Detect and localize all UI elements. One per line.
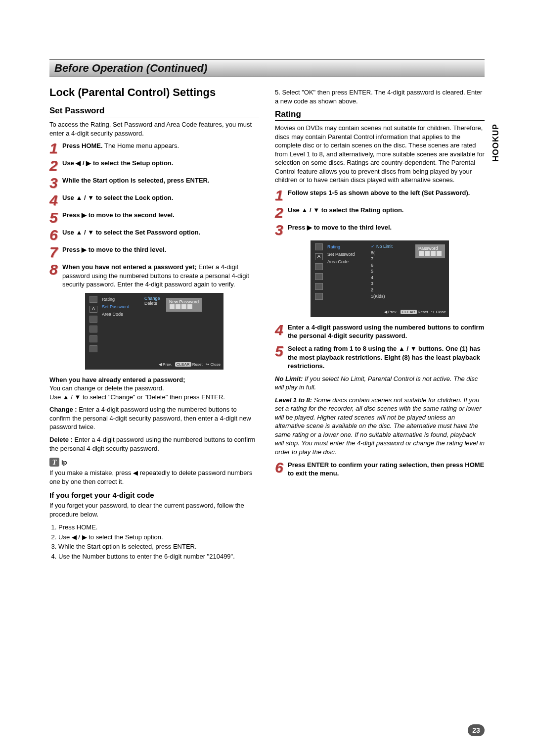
step-number: 6	[49, 228, 62, 241]
step-body: Select a rating from 1 to 8 using the ▲ …	[288, 344, 485, 371]
no-limit-text: If you select No Limit, Parental Control…	[275, 375, 478, 391]
step-body: While the Start option is selected, pres…	[62, 176, 259, 189]
step-number: 8	[49, 263, 62, 289]
change-block: Change : Enter a 4-digit password using …	[49, 405, 259, 431]
tip-label: ip	[61, 459, 67, 466]
rating-step: 2Use ▲ / ▼ to select the Rating option.	[275, 206, 485, 219]
rating-step: 5Select a rating from 1 to 8 using the ▲…	[275, 344, 485, 371]
level-note: Level 1 to 8: Some discs contain scenes …	[275, 396, 485, 457]
password-box: Password	[415, 244, 445, 258]
no-limit-note: No Limit: If you select No Limit, Parent…	[275, 375, 485, 392]
step-body: Use ▲ / ▼ to select the Rating option.	[288, 206, 485, 219]
lock-icon	[315, 273, 323, 280]
rating-level: 2	[371, 287, 393, 293]
section-header-title: Before Operation (Continued)	[54, 62, 207, 74]
step-body: Enter a 4-digit password using the numbe…	[288, 323, 485, 340]
rating-intro: Movies on DVDs may contain scenes not su…	[275, 124, 485, 185]
step-body: Use ◀ / ▶ to select the Setup option.	[62, 159, 259, 172]
already-entered-block: When you have already entered a password…	[49, 376, 259, 402]
forget-list: Press HOME.Use ◀ / ▶ to select the Setup…	[58, 522, 259, 561]
step-bold: When you have not entered a password yet…	[62, 263, 197, 271]
side-tab-hookup: HOOKUP	[491, 124, 500, 161]
figure-menu-item: Set Password	[100, 303, 141, 310]
change-label: Change :	[49, 406, 79, 413]
forget-intro: If you forget your password, to clear th…	[49, 501, 259, 519]
step-number: 3	[49, 176, 62, 189]
rating-step: 1Follow steps 1-5 as shown above to the …	[275, 189, 485, 202]
step-bold: Use ▲ / ▼ to select the Lock option.	[62, 194, 173, 201]
lock-settings-heading: Lock (Parental Control) Settings	[49, 86, 259, 99]
content-columns: Lock (Parental Control) Settings Set Pas…	[49, 86, 485, 561]
step-number: 7	[49, 245, 62, 259]
figure-icon	[315, 293, 323, 300]
new-password-box: New Password	[166, 298, 202, 312]
rating-figure: A Rating Set Password Area Code ✓No Limi…	[311, 240, 449, 317]
step-number: 4	[275, 323, 288, 340]
step-bold: Press HOME.	[62, 142, 103, 149]
rating-level: 8(	[371, 250, 393, 256]
figure-menu-item: Area Code	[100, 311, 141, 318]
figure-icon	[89, 335, 97, 342]
step-number: 1	[49, 142, 62, 155]
step-body: Press ▶ to move to the third level.	[288, 223, 485, 236]
rating-level: 1(Kids)	[371, 293, 393, 300]
lock-icon	[89, 326, 97, 332]
step-number: 6	[275, 461, 288, 478]
set-password-figure: A Rating Set Password Area Code Change D…	[85, 293, 223, 370]
figure-reset: Reset	[192, 362, 203, 367]
level-label: Level 1 to 8:	[275, 396, 314, 404]
set-password-step: 6Use ▲ / ▼ to select the Set Password op…	[49, 228, 259, 241]
figure-icon	[89, 316, 97, 323]
no-limit-label: No Limit:	[275, 375, 305, 382]
step-bold: Press ENTER to confirm your rating selec…	[288, 461, 484, 477]
already-l1: You can change or delete the password.	[49, 384, 164, 392]
figure-icon	[89, 345, 97, 352]
figure-menu-item: Rating	[325, 243, 367, 250]
level-text: Some discs contain scenes not suitable f…	[275, 396, 485, 456]
forget-item: Use ◀ / ▶ to select the Setup option.	[58, 532, 259, 542]
figure-menu-item: Set Password	[325, 251, 367, 258]
figure-menu-item: Rating	[100, 296, 141, 303]
set-password-heading: Set Password	[49, 106, 259, 117]
step-number: 5	[275, 344, 288, 371]
rating-step: 3Press ▶ to move to the third level.	[275, 223, 485, 236]
step-bold: Use ▲ / ▼ to select the Rating option.	[288, 206, 403, 214]
step-bold: Use ◀ / ▶ to select the Setup option.	[62, 159, 173, 167]
figure-icon	[315, 263, 323, 270]
figure-close: ↪ Close	[206, 362, 221, 367]
tip-text: If you make a mistake, press ◀ repeatedl…	[49, 469, 259, 486]
step-bold: Select a rating from 1 to 8 using the ▲ …	[288, 345, 481, 370]
step-bold: Press ▶ to move to the second level.	[62, 211, 175, 219]
figure-icon	[315, 283, 323, 290]
forget-step5: 5. Select "OK" then press ENTER. The 4-d…	[275, 88, 485, 105]
figure-clear: CLEAR	[175, 362, 191, 367]
figure-icon: A	[89, 306, 97, 313]
left-column: Lock (Parental Control) Settings Set Pas…	[49, 86, 259, 561]
step-body: Press ▶ to move to the second level.	[62, 211, 259, 224]
set-password-step: 4Use ▲ / ▼ to select the Lock option.	[49, 193, 259, 207]
figure-reset: Reset	[418, 310, 428, 314]
step-body: When you have not entered a password yet…	[62, 263, 259, 289]
step-rest: The Home menu appears.	[103, 142, 179, 149]
step-bold: While the Start option is selected, pres…	[62, 177, 210, 184]
tip-icon: T	[49, 458, 59, 467]
figure-clear: CLEAR	[400, 310, 417, 314]
password-label: Password	[418, 246, 442, 251]
set-password-step: 5Press ▶ to move to the second level.	[49, 211, 259, 224]
set-password-intro: To access the Rating, Set Password and A…	[49, 120, 259, 138]
rating-level: 3	[371, 281, 393, 287]
step-bold: Use ▲ / ▼ to select the Set Password opt…	[62, 229, 200, 236]
step-bold: Enter a 4-digit password using the numbe…	[288, 324, 484, 340]
rating-level: ✓No Limit	[371, 243, 393, 250]
rating-levels: ✓No Limit8(7654321(Kids)	[371, 243, 393, 299]
step-body: Follow steps 1-5 as shown above to the l…	[288, 189, 485, 202]
rating-step: 4Enter a 4-digit password using the numb…	[275, 323, 485, 340]
figure-prev: ◀ Prev.	[384, 310, 397, 314]
right-column: 5. Select "OK" then press ENTER. The 4-d…	[275, 86, 485, 561]
figure-menu-item: Area Code	[325, 258, 367, 265]
already-title: When you have already entered a password…	[49, 376, 185, 383]
new-password-label: New Password	[169, 299, 199, 304]
rating-step-6: 6 Press ENTER to confirm your rating sel…	[275, 461, 485, 478]
rating-heading: Rating	[275, 109, 485, 121]
change-text: Enter a 4-digit password using the numbe…	[49, 406, 251, 430]
